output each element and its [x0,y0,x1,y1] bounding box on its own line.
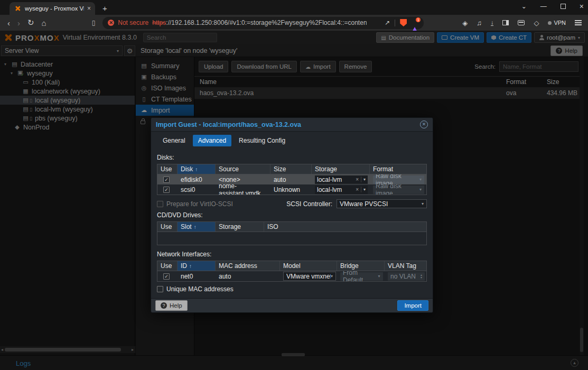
browser-tab[interactable]: wyseguy - Proxmox Virtual Env × [10,2,95,15]
network-heading: Network Interfaces: [157,251,427,258]
column-storage[interactable]: Storage [216,222,264,232]
tab-title: wyseguy - Proxmox Virtual Env [25,5,84,12]
minimize-button[interactable]: — [540,3,547,10]
disk-row-efidisk0[interactable]: efidisk0 <none> auto local-lvm × ▾ Raw d… [157,174,426,184]
tab-resulting-config[interactable]: Resulting Config [234,135,291,146]
dialog-footer: ? Help Import [151,298,433,312]
not-secure-label: Not secure [118,19,148,26]
format-select-disabled: Raw disk image ▾ [373,186,424,194]
url-scheme: https [152,19,166,26]
tab-search-icon[interactable]: ⌄ [521,3,527,10]
sort-asc-icon: ↑ [189,263,192,269]
disk-source: <none> [216,174,270,184]
chevron-down-icon: ▾ [422,201,424,206]
url-text: ://192.168.1.250:8006/#v1:0:=storage%2Fw… [166,19,367,26]
column-mac[interactable]: MAC address [216,261,280,271]
column-use[interactable]: Use [157,261,178,271]
net-row-net0[interactable]: net0 auto VMware vmxnet3 ▾ From Default … [157,271,426,281]
bookmark-icon[interactable]: ▯ [92,19,96,26]
vpn-button[interactable]: VPN [548,20,566,26]
network-table: Use ID↑ MAC address Model Bridge VLAN Ta… [157,261,427,282]
prepare-virtio-label: Prepare for VirtIO-SCSI [166,200,233,208]
column-model[interactable]: Model [280,261,337,271]
column-source[interactable]: Source [216,164,270,174]
chevron-down-icon[interactable]: ▾ [361,177,366,182]
disk-size: auto [270,174,312,184]
chevron-down-icon: ▾ [419,177,422,182]
brave-shield-icon[interactable] [400,19,407,26]
storage-select[interactable]: local-lvm × ▾ [315,186,368,194]
storage-select[interactable]: local-lvm × ▾ [315,175,368,184]
clear-icon[interactable]: × [353,187,361,192]
column-use[interactable]: Use [157,164,178,174]
column-iso[interactable]: ISO [264,222,426,232]
column-storage[interactable]: Storage [312,164,370,174]
use-checkbox[interactable] [163,273,170,280]
use-checkbox[interactable] [163,187,170,193]
unique-mac-checkbox[interactable] [157,286,163,292]
menu-icon[interactable] [575,20,582,25]
vpn-status-dot [548,21,552,25]
tab-close-icon[interactable]: × [87,5,91,12]
cddvd-heading: CD/DVD Drives: [157,211,427,219]
back-icon[interactable]: ‹ [7,18,10,27]
address-bar[interactable]: ✕ Not secure https://192.168.1.250:8006/… [102,17,424,29]
dialog-close-icon[interactable]: ✕ [420,121,428,128]
net-mac: auto [216,271,280,281]
disk-name: scsi0 [178,184,216,195]
wallet-icon[interactable] [518,20,525,25]
spinner-icons: ▴▾ [421,274,422,279]
media-icon[interactable]: ♫ [477,19,482,27]
disks-table: Use Disk↑ Source Size Storage Format efi… [157,164,427,195]
chevron-down-icon[interactable]: ▾ [361,187,366,192]
disk-name: efidisk0 [178,174,216,184]
proxmox-favicon [15,6,21,11]
browser-toolbar: ‹ › ↻ ⌂ ▯ ✕ Not secure https://192.168.1… [0,15,588,31]
column-id[interactable]: ID↑ [178,261,216,271]
share-icon[interactable]: ↗ [385,19,390,26]
column-size[interactable]: Size [270,164,312,174]
disks-table-header[interactable]: Use Disk↑ Source Size Storage Format [157,164,426,174]
vlan-field-disabled: no VLAN ▴▾ [388,272,425,281]
reload-icon[interactable]: ↻ [27,18,34,27]
extension-icon[interactable]: ◈ [462,19,468,27]
brave-ai-icon[interactable]: 1 [412,20,418,26]
model-select[interactable]: VMware vmxnet3 ▾ [283,272,336,281]
tab-bar: wyseguy - Proxmox Virtual Env × + ⌄ — × [0,0,588,15]
dialog-titlebar[interactable]: Import Guest - local:import/haos_ova-13.… [151,118,433,132]
rewards-icon[interactable]: ◇ [534,19,539,27]
chevron-down-icon: ▾ [419,187,422,192]
home-icon[interactable]: ⌂ [42,18,46,27]
divider [395,20,395,26]
ai-badge: 1 [416,17,421,22]
maximize-button[interactable] [561,4,566,9]
tab-advanced[interactable]: Advanced [193,135,231,146]
close-window-button[interactable]: × [580,2,584,11]
chevron-down-icon: ▾ [378,274,380,279]
new-tab-button[interactable]: + [102,4,107,13]
scsi-controller-label: SCSI Controller: [286,200,332,208]
cddvd-table-header[interactable]: Use Slot↑ Storage ISO [157,222,426,232]
sort-asc-icon: ↑ [194,224,197,230]
scsi-controller-select[interactable]: VMware PVSCSI ▾ [337,199,427,208]
network-table-header[interactable]: Use ID↑ MAC address Model Bridge VLAN Ta… [157,261,426,271]
use-checkbox[interactable] [163,177,170,183]
dialog-import-button[interactable]: Import [397,300,428,311]
disk-row-scsi0[interactable]: scsi0 home-assistant.vmdk Unknown local-… [157,184,426,195]
clear-icon[interactable]: × [353,177,361,182]
sidebar-icon[interactable] [502,20,509,25]
dialog-tabs: General Advanced Resulting Config [151,132,433,150]
tab-general[interactable]: General [157,135,191,146]
column-vlan[interactable]: VLAN Tag [385,261,426,271]
column-format[interactable]: Format [370,164,426,174]
chevron-down-icon[interactable]: ▾ [331,274,333,279]
not-secure-icon[interactable]: ✕ [108,20,114,26]
dialog-help-button[interactable]: ? Help [155,300,188,311]
forward-icon[interactable]: › [17,18,20,27]
column-slot[interactable]: Slot↑ [178,222,216,232]
column-use[interactable]: Use [157,222,178,232]
downloads-icon[interactable]: ↓ [491,20,494,26]
column-bridge[interactable]: Bridge [337,261,385,271]
disk-size: Unknown [270,184,312,195]
column-disk[interactable]: Disk↑ [178,164,216,174]
